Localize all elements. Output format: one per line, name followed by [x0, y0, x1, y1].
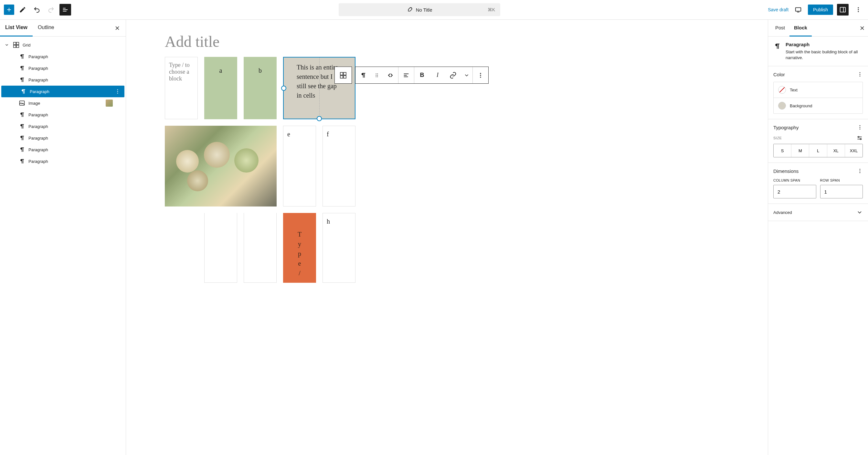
size-l-button[interactable]: L [809, 144, 827, 157]
tree-item-image[interactable]: Image [0, 97, 126, 109]
align-button[interactable] [399, 67, 414, 84]
save-draft-button[interactable]: Save draft [768, 7, 788, 12]
paragraph-icon [18, 158, 26, 164]
block-options-button[interactable] [473, 67, 488, 84]
tree-item-label: Paragraph [28, 54, 48, 59]
tree-item-paragraph[interactable]: Paragraph [0, 74, 126, 86]
grid-empty-cell [165, 213, 198, 283]
drag-handle[interactable] [371, 67, 383, 84]
size-s-button[interactable]: S [774, 144, 792, 157]
tab-outline[interactable]: Outline [33, 20, 59, 36]
size-xxl-button[interactable]: XXL [845, 144, 863, 157]
paragraph-block-f[interactable]: f [322, 126, 355, 207]
command-bar[interactable]: No Title ⌘K [339, 3, 500, 16]
tree-item-grid[interactable]: Grid [0, 39, 126, 51]
tree-item-label: Paragraph [28, 113, 48, 117]
grid-block[interactable]: Type / to choose a block a b This is an … [165, 57, 355, 283]
parent-block-selector[interactable] [335, 67, 352, 84]
settings-tabs: Post Block [768, 20, 868, 36]
resize-handle-left[interactable] [281, 86, 286, 91]
row-span-input[interactable] [820, 185, 863, 199]
paragraph-block-b[interactable]: b [244, 57, 277, 119]
tree-item-paragraph[interactable]: Paragraph [0, 132, 126, 144]
tree-item-paragraph[interactable]: Paragraph [0, 144, 126, 155]
edit-icon[interactable] [17, 4, 28, 16]
svg-point-20 [117, 93, 118, 94]
tree-item-paragraph-selected[interactable]: Paragraph [1, 86, 124, 97]
svg-point-37 [480, 77, 481, 78]
tree-item-more-icon[interactable] [115, 89, 121, 94]
chevron-down-icon[interactable] [4, 43, 10, 47]
close-settings-button[interactable] [859, 25, 865, 31]
svg-point-28 [376, 74, 376, 75]
size-m-button[interactable]: M [792, 144, 809, 157]
more-rich-text-button[interactable] [461, 67, 472, 84]
italic-button[interactable]: I [430, 67, 445, 84]
tree-item-paragraph[interactable]: Paragraph [0, 62, 126, 74]
canvas-content: Add title Type / to choose a block a b T… [165, 33, 355, 283]
paragraph-block-a[interactable]: a [204, 57, 237, 119]
redo-button[interactable] [45, 4, 57, 16]
panel-title: Color [773, 72, 785, 77]
color-label: Background [790, 103, 812, 108]
paragraph-block-orange[interactable]: Type/ [283, 213, 316, 283]
options-menu-button[interactable] [852, 4, 864, 16]
size-custom-toggle[interactable] [856, 135, 863, 141]
publish-button[interactable]: Publish [808, 4, 833, 15]
paragraph-text[interactable]: This is an entire sentence but I still s… [297, 64, 338, 99]
document-title: No Title [416, 7, 432, 12]
view-button[interactable] [793, 4, 804, 16]
tree-item-paragraph[interactable]: Paragraph [0, 51, 126, 62]
block-type-button[interactable] [355, 67, 371, 84]
image-icon [18, 100, 26, 106]
dimensions-panel: Dimensions COLUMN SPAN ROW SPAN [768, 163, 868, 204]
top-toolbar: No Title ⌘K Save draft Publish [0, 0, 868, 20]
svg-point-50 [860, 169, 861, 170]
add-block-button[interactable] [4, 4, 14, 15]
document-overview-panel: List View Outline Grid Paragraph Paragra… [0, 20, 126, 455]
settings-sidebar: Post Block Paragraph Start with the basi… [768, 20, 868, 455]
image-block[interactable] [165, 126, 277, 207]
tree-item-paragraph[interactable]: Paragraph [0, 155, 126, 167]
svg-point-10 [858, 9, 859, 10]
block-appender[interactable]: Type / to choose a block [165, 57, 198, 119]
color-background-button[interactable]: Background [774, 98, 863, 114]
tree-item-paragraph[interactable]: Paragraph [0, 109, 126, 121]
chevron-down-icon [856, 209, 863, 216]
size-xl-button[interactable]: XL [827, 144, 845, 157]
paragraph-icon [18, 53, 26, 60]
svg-point-35 [480, 73, 481, 74]
paragraph-block-e[interactable]: e [283, 126, 316, 207]
advanced-panel[interactable]: Advanced [768, 204, 868, 221]
post-title-input[interactable]: Add title [165, 33, 355, 51]
column-span-input[interactable] [773, 185, 816, 199]
tab-list-view[interactable]: List View [0, 20, 33, 36]
tab-block[interactable]: Block [789, 20, 812, 36]
bold-button[interactable]: B [414, 67, 430, 84]
panel-title: Dimensions [773, 169, 799, 174]
size-label: SIZE [773, 136, 782, 140]
panel-options-button[interactable] [857, 71, 863, 77]
svg-point-11 [858, 11, 859, 12]
italic-icon: I [437, 72, 438, 79]
settings-panel-toggle[interactable] [837, 4, 848, 16]
paragraph-block-h[interactable]: h [322, 213, 355, 283]
color-text-button[interactable]: Text [774, 82, 863, 98]
tree-item-paragraph[interactable]: Paragraph [0, 121, 126, 132]
block-card: Paragraph Start with the basic building … [768, 36, 868, 66]
paragraph-icon [773, 42, 781, 50]
panel-options-button[interactable] [857, 168, 863, 174]
chevrons-icon [386, 71, 394, 79]
paragraph-block-selected[interactable]: This is an entire sentence but I still s… [283, 57, 355, 119]
close-overview-button[interactable] [112, 22, 123, 34]
typography-panel: Typography SIZE S M L XL XXL [768, 119, 868, 163]
editor-canvas[interactable]: B I Add title Type / to choose a block a… [126, 20, 768, 455]
document-overview-button[interactable] [59, 4, 71, 16]
svg-point-36 [480, 74, 481, 75]
tab-post[interactable]: Post [771, 20, 789, 36]
panel-options-button[interactable] [857, 124, 863, 130]
undo-button[interactable] [31, 4, 43, 16]
move-buttons[interactable] [383, 67, 398, 84]
link-button[interactable] [445, 67, 461, 84]
resize-handle-bottom[interactable] [317, 116, 322, 121]
